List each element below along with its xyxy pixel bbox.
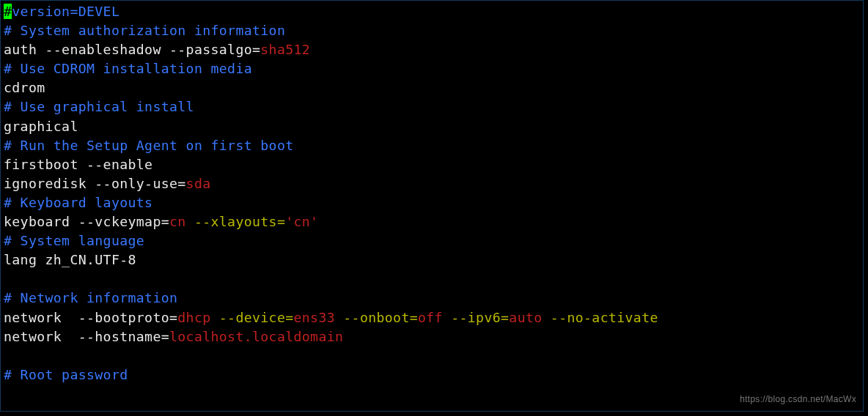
watermark-text: https://blog.csdn.net/MacWx — [740, 390, 856, 409]
code-content: #version=DEVEL # System authorization in… — [4, 2, 860, 385]
terminal-editor[interactable]: #version=DEVEL # System authorization in… — [0, 0, 864, 412]
